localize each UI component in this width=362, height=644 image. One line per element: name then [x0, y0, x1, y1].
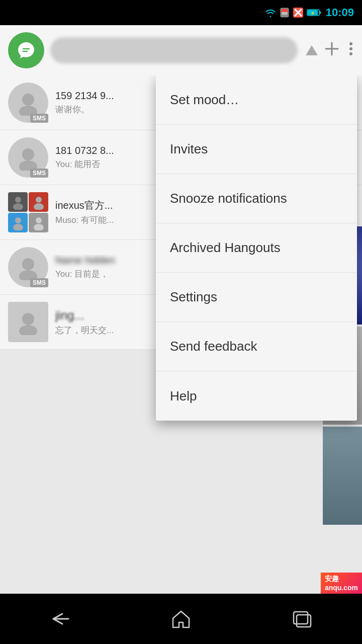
status-bar: SD ⚡ 10:09: [0, 0, 362, 25]
svg-point-12: [349, 47, 352, 50]
top-bar: [0, 25, 362, 75]
menu-item-invites[interactable]: Invites: [156, 125, 357, 174]
watermark: 安趣anqu.com: [321, 573, 362, 594]
status-icons: SD ⚡ 10:09: [264, 6, 354, 19]
menu-item-send-feedback[interactable]: Send feedback: [156, 322, 357, 371]
wifi-icon: [264, 8, 277, 18]
status-time: 10:09: [326, 6, 354, 19]
dropdown-menu: Set mood… Invites Snooze notifications A…: [156, 75, 357, 421]
svg-point-11: [349, 42, 352, 45]
more-button[interactable]: [348, 41, 354, 60]
svg-rect-30: [294, 612, 308, 624]
menu-item-snooze-notifications[interactable]: Snooze notifications: [156, 174, 357, 223]
menu-item-set-mood[interactable]: Set mood…: [156, 75, 357, 125]
watermark-badge: 安趣anqu.com: [321, 573, 362, 594]
svg-text:SD: SD: [282, 11, 287, 16]
svg-rect-31: [297, 615, 311, 627]
add-button[interactable]: [324, 41, 340, 60]
hangouts-logo: [8, 32, 44, 68]
recents-button[interactable]: [282, 604, 322, 634]
menu-item-help[interactable]: Help: [156, 371, 357, 421]
home-button[interactable]: [161, 604, 201, 634]
bottom-nav: [0, 594, 362, 644]
back-button[interactable]: [40, 604, 80, 634]
menu-item-settings[interactable]: Settings: [156, 273, 357, 322]
svg-text:⚡: ⚡: [310, 11, 315, 16]
dropdown-overlay: Set mood… Invites Snooze notifications A…: [0, 0, 362, 644]
top-icons: [324, 41, 354, 60]
battery-icon: ⚡: [307, 8, 321, 17]
svg-rect-6: [319, 11, 321, 14]
alert-icon: [293, 7, 304, 18]
svg-point-13: [349, 52, 352, 55]
battery-sd-icon: SD: [280, 7, 290, 18]
menu-item-archived-hangouts[interactable]: Archived Hangouts: [156, 223, 357, 273]
